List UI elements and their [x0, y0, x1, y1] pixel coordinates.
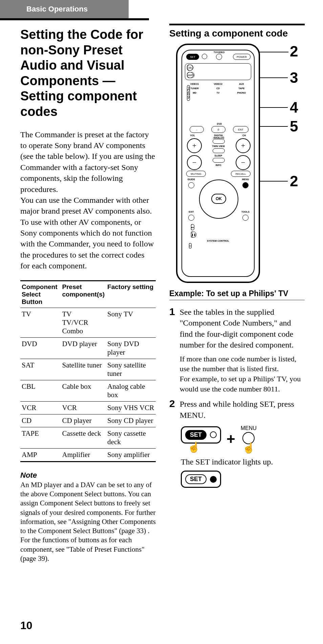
set-menu-illustration: SET ☝ + MENU ☝ [181, 425, 305, 453]
note-heading: Note [20, 471, 156, 480]
dvd-label: DVD [215, 123, 223, 125]
set-pill-outline: SET [185, 474, 207, 484]
example-heading: Example: To set up a Philips' TV [169, 289, 305, 298]
table-cell: Cable box [61, 380, 106, 401]
intro-text: The Commander is preset at the factory t… [20, 129, 156, 271]
info-label: INFO [213, 164, 224, 166]
hand-icon: ☝ [242, 443, 255, 453]
ch-down-button: − [236, 155, 251, 170]
guide-label: GUIDE [186, 178, 197, 181]
table-row: SATSatellite tunerSony satellite tuner [20, 359, 156, 380]
table-cell: CD player [61, 414, 106, 427]
numpad-label: VIDEO2 [210, 83, 225, 85]
table-cell: TAPE [20, 427, 61, 448]
exit-button [188, 215, 194, 221]
menu-small-label: MENU [241, 425, 257, 431]
table-cell: Sony satellite tuner [106, 359, 156, 380]
table-cell: SAT [20, 359, 61, 380]
hand-icon: ☝ [188, 442, 221, 452]
dash-button: - [190, 126, 204, 133]
component-select-cbl: CBL [187, 65, 193, 71]
led-icon [202, 54, 207, 59]
menu-label: MENU [240, 178, 251, 181]
numpad-label: PHONO [234, 92, 249, 94]
set-indicator-illustration: SET [181, 471, 305, 488]
power-button: POWER [233, 54, 251, 60]
exit-label: EXIT [186, 211, 196, 213]
th-button: Component Select Button [20, 281, 61, 308]
recall-button: RECALL [231, 171, 251, 177]
step-1-main: See the tables in the supplied "Componen… [180, 307, 305, 351]
tools-button [242, 215, 249, 221]
table-cell: VCR [20, 401, 61, 414]
table-cell: DVD player [61, 337, 106, 359]
digital-label: DIGITAL /ANALOG [209, 134, 228, 139]
page-number: 10 [20, 619, 33, 632]
numpad-label: TAPE [234, 87, 249, 90]
remote-outline: SET TV/VIDEO POWER TVDVDSATCBL VCRCDTAPE… [176, 44, 260, 283]
step-number: 2 [169, 399, 175, 421]
note-body: An MD player and a DAV can be set to any… [20, 480, 156, 564]
th-preset: Preset component(s) [61, 281, 106, 308]
table-row: TAPECassette deckSony cassette deck [20, 427, 156, 448]
preset-table: Component Select Button Preset component… [20, 280, 156, 462]
table-cell: AMP [20, 448, 61, 461]
muting-button: MUTING [186, 171, 206, 177]
table-cell: Cassette deck [61, 427, 106, 448]
step-2-main: Press and while holding SET, press MENU. [180, 399, 305, 421]
table-cell: TV [20, 308, 61, 337]
ok-button: OK [211, 194, 226, 204]
tools-label: TOOLS [240, 211, 251, 213]
example-rule [169, 300, 305, 301]
th-factory: Factory setting [106, 281, 156, 308]
table-cell: Sony DVD player [106, 337, 156, 359]
table-cell: DVD [20, 337, 61, 359]
system-label: SYSTEM CONTROL [201, 240, 235, 242]
vol-up-button: + [187, 138, 202, 153]
sleep-label: SLEEP [213, 154, 224, 157]
table-row: AMPAmplifierSony amplifier [20, 448, 156, 461]
right-top-rule [169, 24, 305, 25]
step-number: 1 [169, 307, 175, 394]
table-row: DVDDVD playerSony DVD player [20, 337, 156, 359]
numpad-label: AUX [234, 83, 249, 85]
step-1-sub: If more than one code number is listed, … [180, 354, 305, 394]
table-cell: Sony TV [106, 308, 156, 337]
numpad-label: TV [210, 92, 225, 94]
sleep-button [213, 158, 225, 163]
callout-4: 4 [290, 99, 298, 116]
step-1: 1 See the tables in the supplied "Compon… [169, 307, 305, 394]
table-cell: CBL [20, 380, 61, 401]
guide-button [188, 182, 194, 188]
table-cell: Sony amplifier [106, 448, 156, 461]
ch-label: CH [240, 134, 249, 137]
set-pill: SET [185, 430, 207, 440]
plus-icon: + [227, 431, 235, 448]
set-box-on: SET [181, 471, 221, 488]
table-cell: Sony cassette deck [106, 427, 156, 448]
table-cell: Sony CD player [106, 414, 156, 427]
table-row: CDCD playerSony CD player [20, 414, 156, 427]
ch-up-button: + [236, 138, 251, 153]
numpad-label: VIDEO1 [187, 83, 202, 85]
callout-5: 5 [290, 118, 298, 135]
set-box: SET [181, 426, 221, 444]
table-cell: CD [20, 414, 61, 427]
callout-2b: 2 [290, 173, 298, 190]
zero-button: 0 [211, 126, 225, 133]
num-9-button: 9 [187, 94, 190, 101]
table-cell: Sony VHS VCR [106, 401, 156, 414]
table-row: VCRVCRSony VHS VCR [20, 401, 156, 414]
table-cell: Analog cable box [106, 380, 156, 401]
step-2: 2 Press and while holding SET, press MEN… [169, 399, 305, 421]
digital-button [213, 139, 225, 144]
step-2-after: The SET indicator lights up. [181, 456, 305, 467]
remote-diagram: 2 3 4 5 2 SET TV/VIDEO POWER [169, 41, 305, 284]
vol-down-button: − [187, 155, 202, 170]
twin-label: TWIN VIEW [210, 145, 227, 147]
menu-button [242, 182, 249, 188]
tvvideo-button [216, 54, 222, 60]
table-cell: Amplifier [61, 448, 106, 461]
numpad-label: CD [210, 87, 225, 90]
pause-button: ❚❚ [191, 232, 196, 238]
